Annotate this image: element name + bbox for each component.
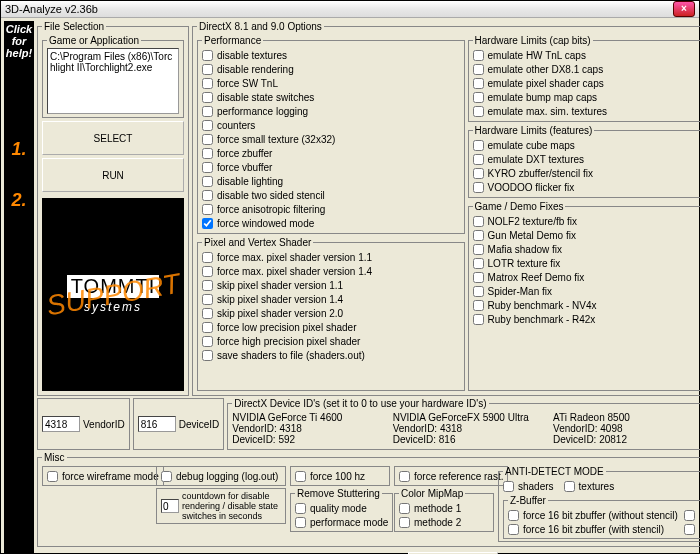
vendor-id-input[interactable] <box>42 416 80 432</box>
debug-logging-checkbox: debug logging (log.out) <box>161 469 281 483</box>
color-mipmap-group: Color MipMapmethode 1methode 2 <box>394 488 494 532</box>
checkbox-item[interactable]: force max. pixel shader version 1.4 <box>202 264 460 278</box>
select-button[interactable]: SELECT <box>42 121 184 155</box>
checkbox-item[interactable]: disable two sided stencil <box>202 188 460 202</box>
device-cards: NVIDIA GeForce Ti 4600VendorID: 4318Devi… <box>232 412 700 445</box>
checkbox-item[interactable]: emulate max. sim. textures <box>473 104 700 118</box>
checkbox-item[interactable]: force low precision pixel shader <box>202 320 460 334</box>
checkbox-item[interactable]: emulate HW TnL caps <box>473 48 700 62</box>
checkbox-item[interactable]: disable lighting <box>202 174 460 188</box>
zbuffer-group: Z-Buffer force 16 bit zbuffer (without s… <box>503 495 700 539</box>
anti-shaders-checkbox: shaders <box>503 479 554 493</box>
force-wireframe-checkbox: force wireframe mode <box>47 469 159 483</box>
checkbox-item[interactable]: force windowed mode <box>202 216 460 230</box>
checkbox-item[interactable]: force vbuffer <box>202 160 460 174</box>
checkbox-item[interactable]: force anisotropic filtering <box>202 202 460 216</box>
run-button[interactable]: RUN <box>42 158 184 192</box>
device-id-box: DeviceID <box>133 398 225 450</box>
checkbox-item[interactable]: disable state switches <box>202 90 460 104</box>
checkbox-item[interactable]: emulate bump map caps <box>473 90 700 104</box>
checkbox-item[interactable]: methode 1 <box>399 501 489 515</box>
checkbox-item[interactable]: skip pixel shader version 1.1 <box>202 278 460 292</box>
close-icon[interactable]: × <box>673 1 695 17</box>
dx-gamefix-group: Game / Demo FixesNOLF2 texture/fb fixGun… <box>468 201 700 391</box>
device-id-input[interactable] <box>138 416 176 432</box>
device-id-label: DeviceID <box>179 419 220 430</box>
directx-legend: DirectX 8.1 and 9.0 Options <box>197 21 324 32</box>
countdown-box: countdown for disable rendering / disabl… <box>161 491 281 521</box>
dx-hwcap-group: Hardware Limits (cap bits)emulate HW TnL… <box>468 35 700 122</box>
misc-legend: Misc <box>42 452 67 463</box>
checkbox-item[interactable]: methode 2 <box>399 515 489 529</box>
anti-detect-group: ANTI-DETECT MODE shaders textures Z-Buff… <box>498 466 700 542</box>
dx-hwfeat-group: Hardware Limits (features)emulate cube m… <box>468 125 700 198</box>
help-sidebar: Click for help! 1. 2. <box>4 21 34 554</box>
anti-textures-checkbox: textures <box>564 479 615 493</box>
checkbox-item[interactable]: counters <box>202 118 460 132</box>
checkbox-item[interactable]: performance logging <box>202 104 460 118</box>
checkbox-item[interactable]: Spider-Man fix <box>473 284 700 298</box>
checkbox-item[interactable]: LOTR texture fix <box>473 256 700 270</box>
window-title: 3D-Analyze v2.36b <box>5 3 673 15</box>
checkbox-item[interactable]: skip pixel shader version 1.4 <box>202 292 460 306</box>
checkbox-item[interactable]: Mafia shadow fix <box>473 242 700 256</box>
vendor-id-box: VendorID <box>37 398 130 450</box>
device-ids-legend: DirectX Device ID's (set it to 0 to use … <box>232 398 488 409</box>
checkbox-item[interactable]: Ruby benchmark - NV4x <box>473 298 700 312</box>
checkbox-item[interactable]: force high precision pixel shader <box>202 334 460 348</box>
checkbox-item[interactable]: KYRO zbuffer/stencil fix <box>473 166 700 180</box>
file-selection-legend: File Selection <box>42 21 106 32</box>
checkbox-item[interactable]: disable rendering <box>202 62 460 76</box>
remove-stuttering-group: Remove Stutteringquality modeperformace … <box>290 488 393 532</box>
checkbox-item[interactable]: force small texture (32x32) <box>202 132 460 146</box>
dx-performance-group: Performancedisable texturesdisable rende… <box>197 35 465 234</box>
checkbox-item[interactable]: emulate other DX8.1 caps <box>473 62 700 76</box>
checkbox-item[interactable]: Ruby benchmark - R42x <box>473 312 700 326</box>
checkbox-item[interactable]: save shaders to file (shaders.out) <box>202 348 460 362</box>
checkbox-item[interactable]: Matrox Reef Demo fix <box>473 270 700 284</box>
checkbox-item[interactable]: skip pixel shader version 2.0 <box>202 306 460 320</box>
checkbox-item[interactable]: emulate DXT textures <box>473 152 700 166</box>
game-app-legend: Game or Application <box>47 35 141 46</box>
force-100hz-checkbox: force 100 hz <box>295 469 385 483</box>
checkbox-item[interactable]: emulate cube maps <box>473 138 700 152</box>
checkbox-item[interactable]: Gun Metal Demo fix <box>473 228 700 242</box>
checkbox-item[interactable]: disable textures <box>202 48 460 62</box>
checkbox-item[interactable]: quality mode <box>295 501 388 515</box>
checkbox-item[interactable]: NOLF2 texture/fb fix <box>473 214 700 228</box>
step-1: 1. <box>11 139 26 160</box>
force-reference-rast-checkbox: force reference rast. <box>399 469 503 483</box>
checkbox-item[interactable]: force max. pixel shader version 1.1 <box>202 250 460 264</box>
checkbox-item[interactable]: emulate pixel shader caps <box>473 76 700 90</box>
help-link[interactable]: Click for help! <box>6 23 32 59</box>
vendor-id-label: VendorID <box>83 419 125 430</box>
checkbox-item[interactable]: force SW TnL <box>202 76 460 90</box>
checkbox-item[interactable]: VOODOO flicker fix <box>473 180 700 194</box>
logo: TOMMTI systems SUPPORT <box>42 198 184 391</box>
dx-pvs-group: Pixel and Vertex Shaderforce max. pixel … <box>197 237 465 391</box>
path-display: C:\Program Files (x86)\Torchlight II\Tor… <box>47 48 179 114</box>
countdown-input[interactable] <box>161 499 179 513</box>
step-2: 2. <box>11 190 26 211</box>
checkbox-item[interactable]: performace mode <box>295 515 388 529</box>
checkbox-item[interactable]: force zbuffer <box>202 146 460 160</box>
